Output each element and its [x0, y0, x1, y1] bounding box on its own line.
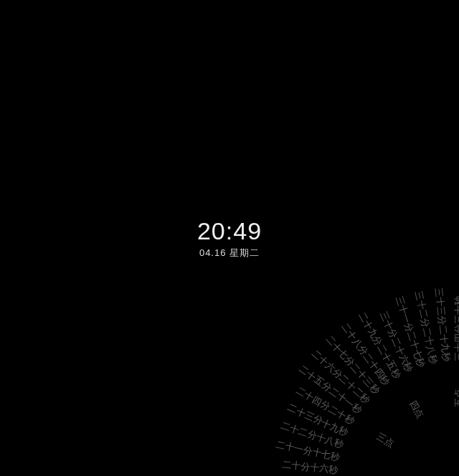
minsec-label: 二十二分十八秒: [279, 419, 345, 452]
minsec-label: 二十九分二十五秒: [355, 310, 404, 381]
minsec-item: 三十一分二十七秒: [392, 295, 427, 369]
date-text: 04.16: [199, 247, 227, 258]
minsec-item: 三十三分二十九秒: [432, 287, 453, 363]
minsec-label: 三十分二十六秒: [377, 310, 415, 374]
clock-stage: 20:49 04.16 星期二 八点九点十点十一点十二点一点二点三点四点五点六点…: [0, 0, 459, 476]
hour-item: 五点: [453, 389, 459, 407]
minsec-item: 二十二分十八秒: [279, 419, 345, 452]
minsec-item: 二十五分二十一秒: [296, 363, 364, 417]
hour-label: 三点: [374, 430, 397, 451]
minsec-item: 二十七分二十三秒: [323, 333, 382, 396]
minsec-item: 三十分二十六秒: [377, 310, 415, 374]
minsec-label: 二十分十六秒: [281, 458, 338, 476]
date-line: 04.16 星期二: [197, 247, 262, 260]
minsec-item: 二十八分二十四秒: [339, 320, 393, 389]
minsec-label: 三十一分二十七秒: [392, 295, 427, 369]
digital-time: 20:49: [197, 217, 262, 245]
minsec-item: 二十一分十七秒: [275, 438, 341, 465]
hour-label: 五点: [453, 389, 459, 407]
minsec-label: 二十一分十七秒: [275, 438, 341, 465]
minsec-label: 二十三分十九秒: [285, 401, 350, 439]
minsec-item: 二十三分十九秒: [285, 401, 350, 439]
minsec-item: 二十六分二十二秒: [308, 347, 372, 406]
hour-item: 四点: [406, 398, 427, 421]
weekday-text: 星期二: [230, 247, 260, 258]
minsec-label: 二十五分二十一秒: [296, 363, 364, 417]
minsec-label: 三十二分二十八秒: [412, 290, 440, 365]
minsec-item: 二十分十六秒: [281, 458, 338, 476]
minsec-item: 二十九分二十五秒: [355, 310, 404, 381]
minsec-label: 三十三分二十九秒: [432, 287, 453, 363]
minsec-label: 三十四分三十秒: [453, 296, 459, 361]
minsec-label: 二十四分二十秒: [293, 384, 356, 428]
minsec-item: 三十二分二十八秒: [412, 290, 440, 365]
minsec-item: 三十四分三十秒: [453, 296, 459, 361]
minsec-item: 二十四分二十秒: [293, 384, 356, 428]
minsec-label: 二十七分二十三秒: [323, 333, 382, 396]
center-block: 20:49 04.16 星期二: [197, 217, 262, 260]
hour-item: 三点: [374, 430, 397, 451]
minsec-label: 二十八分二十四秒: [339, 320, 393, 389]
hour-label: 四点: [406, 398, 427, 421]
minsec-label: 二十六分二十二秒: [308, 347, 372, 406]
